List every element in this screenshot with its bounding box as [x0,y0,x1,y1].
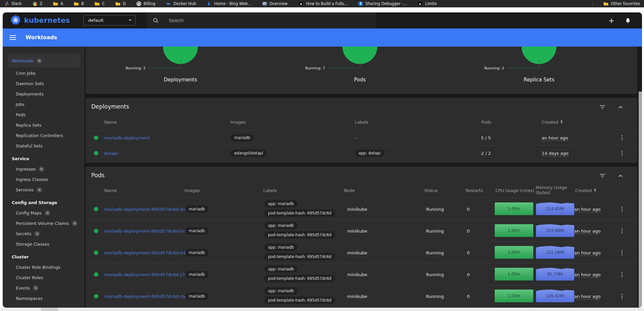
node-cell: minikube [347,272,367,277]
bookmark-folder-a[interactable]: A [53,1,63,6]
node-cell: minikube [347,206,367,211]
search-bar [147,12,376,28]
sidebar-item-config-maps[interactable]: Config Maps N [3,208,85,218]
search-input[interactable] [168,17,344,23]
memory-usage-bar: 103.68Mi [536,224,574,237]
sidebar-item-replica-sets[interactable]: Replica Sets [3,120,85,130]
create-resource-button[interactable]: + [605,12,618,28]
bookmark-sharing-debugger[interactable]: f Sharing Debugger -... [358,1,407,6]
sidebar-item-ingresses[interactable]: Ingresses N [3,164,85,174]
collapse-card-icon[interactable] [616,103,625,111]
horizontal-scrollbar[interactable] [41,308,58,311]
label-chip: pod-template-hash: 695d57dc6d [264,231,335,239]
sidebar-item-events[interactable]: Events N [3,283,85,293]
sort-arrow-icon: ↑ [559,119,563,124]
sidebar-item-deployments[interactable]: Deployments [3,89,85,99]
memory-usage-bar: 95.73Mi [536,268,574,281]
deployment-name-link[interactable]: dotapi [104,151,118,156]
column-header-name[interactable]: Name [104,188,117,193]
row-menu-kebab-icon[interactable] [620,134,624,142]
bookmark-z[interactable]: Z [33,1,43,6]
namespace-select[interactable]: default [83,15,136,25]
row-menu-kebab-icon[interactable] [620,249,624,256]
bookmark-label: Limits [425,1,437,6]
column-header-name[interactable]: Name [104,119,117,124]
bookmark-folder-b[interactable]: B [74,1,84,6]
sidebar-item-services[interactable]: Services N [3,185,85,195]
row-menu-kebab-icon[interactable] [620,149,624,157]
bookmark-slack[interactable]: Slack [4,1,22,6]
deployments-card: Deployments Name Images Labels Pods Crea… [86,98,637,163]
sidebar-item-cluster-role-bindings[interactable]: Cluster Role Bindings [3,262,85,272]
bookmark-overview[interactable]: Overview [262,1,287,6]
column-header-created[interactable]: Created↑ [542,119,563,124]
pod-name-link[interactable]: mariadb-deployment-695d57dc6d-blnns [104,206,192,211]
folder-icon [95,1,100,6]
main-content: Running: 2 Deployments Running: 7 Pods R… [85,47,640,308]
sidebar-item-stateful-sets[interactable]: Stateful Sets [3,141,85,151]
bookmark-how-to-build[interactable]: How to Build a Fulls... [298,1,347,6]
label-chip: app: dotapi [355,149,384,157]
collapse-card-icon[interactable] [616,172,625,180]
column-header-pods[interactable]: Pods [481,119,491,124]
sidebar-item-persistent-volume-claims[interactable]: Persistent Volume Claims N [3,218,85,229]
sidebar-item-cluster-roles[interactable]: Cluster Roles [3,272,85,283]
row-menu-kebab-icon[interactable] [620,270,624,278]
bookmark-folder-d[interactable]: D [115,1,126,6]
sidebar-item-cron-jobs[interactable]: Cron Jobs [3,68,85,78]
row-menu-kebab-icon[interactable] [620,227,624,235]
sidebar-item-workloads[interactable]: Workloads N [7,54,80,67]
label-chip: app: mariadb [264,200,298,207]
table-row: mariadb-deployment-695d57dc6d-j7nff mari… [86,263,637,285]
row-menu-kebab-icon[interactable] [620,205,624,213]
bookmark-bing-home[interactable]: Home - Bing Web... [207,1,252,6]
vertical-scrollbar[interactable] [639,91,642,308]
sidebar-item-storage-classes[interactable]: Storage Classes [3,239,85,249]
sidebar-item-ingress-classes[interactable]: Ingress Classes [3,174,85,185]
column-header-cpu[interactable]: CPU Usage (cores) [495,188,534,193]
column-header-restarts[interactable]: Restarts [466,188,483,193]
table-row: mariadb-deployment-695d57dc6d-zlwcz mari… [86,285,637,307]
kubernetes-brand[interactable]: kubernetes [10,15,70,26]
bookmark-folder-c[interactable]: C [95,1,105,6]
row-menu-kebab-icon[interactable] [620,292,624,300]
filter-icon[interactable] [598,172,606,180]
sidebar-item-daemon-sets[interactable]: Daemon Sets [3,78,85,89]
column-header-images[interactable]: Images [230,119,246,124]
other-favorites-button[interactable]: Other favorites [603,1,640,6]
pod-name-link[interactable]: mariadb-deployment-695d57dc6d-bnlfs [104,228,191,233]
bookmark-label: Docker Hub [173,1,196,6]
column-header-labels[interactable]: Labels [263,188,277,193]
column-header-status[interactable]: Status [424,188,438,193]
notifications-bell-icon[interactable] [621,12,635,28]
docker-icon [166,1,171,6]
namespaced-badge: N [37,58,42,64]
kubernetes-dashboard-window: kubernetes default + Workloads Worklo [3,12,642,308]
cpu-usage-bar: 1.00m [495,224,533,237]
pod-name-link[interactable]: mariadb-deployment-695d57dc6d-j7nff [104,272,190,277]
bookmark-docker-hub[interactable]: Docker Hub [166,1,196,6]
pod-name-link[interactable]: mariadb-deployment-695d57dc6d-h4t27 [104,250,193,255]
menu-hamburger-icon[interactable] [9,35,16,40]
column-header-images[interactable]: Images [184,188,200,193]
sidebar-item-jobs[interactable]: Jobs [3,99,85,110]
kubernetes-logo-icon [10,15,21,26]
column-header-labels[interactable]: Labels [355,119,368,124]
deployment-name-link[interactable]: mariadb-deployment [104,135,150,140]
search-icon[interactable] [153,17,159,23]
column-header-memory[interactable]: Memory Usage (bytes) [536,185,571,195]
sidebar-item-secrets[interactable]: Secrets N [3,229,85,239]
memory-usage-bar: 122.28Mi [536,246,574,259]
bookmark-limits[interactable]: Limits [418,1,437,6]
column-header-created[interactable]: Created↑ [575,188,597,193]
namespaced-badge: N [34,231,40,237]
bookmark-billing[interactable]: Billing [137,1,155,6]
sidebar-item-replication-controllers[interactable]: Replication Controllers [3,130,85,141]
sidebar-item-namespaces[interactable]: Namespaces [3,293,85,304]
column-header-node[interactable]: Node [344,188,355,193]
pod-name-link[interactable]: mariadb-deployment-695d57dc6d-zlwcz [104,294,192,299]
status-cell: Running [426,294,444,299]
filter-icon[interactable] [598,103,606,111]
sidebar-item-pods[interactable]: Pods [3,110,85,120]
pods-card-title: Pods [91,172,105,179]
